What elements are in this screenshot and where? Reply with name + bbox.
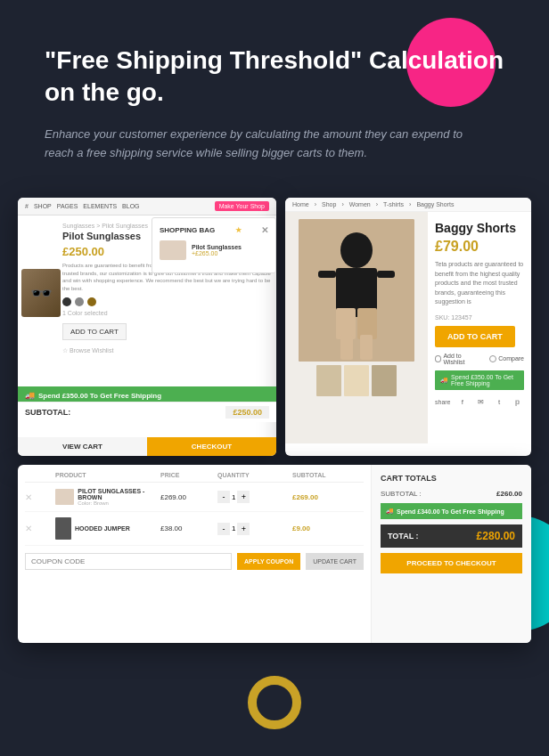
product-breadcrumb: Home › Shop › Women › T-shirts › Baggy S… [285, 198, 531, 212]
nav-link-pages[interactable]: PAGES [57, 203, 78, 209]
product-right-content: Baggy Shorts £79.00 Teta products are gu… [285, 212, 531, 443]
subtotal-label: SUBTOTAL: [25, 408, 70, 417]
cart-table-header: PRODUCT PRICE QUANTITY SUBTOTAL [25, 472, 364, 483]
proceed-to-checkout-button[interactable]: PROCEED TO CHECKOUT [381, 553, 522, 573]
thumb-2[interactable] [344, 365, 369, 396]
subtotal-amount: £250.00 [225, 406, 269, 419]
compare-option[interactable]: Compare [489, 355, 524, 362]
coupon-row: APPLY COUPON UPDATE CART [25, 553, 364, 570]
remove-item-1[interactable]: ✕ [25, 492, 52, 502]
cart-item-info: Pilot Sunglasses +£265.00 [192, 244, 242, 256]
pinterest-icon[interactable]: 𝕡 [511, 395, 524, 410]
qty-plus-2[interactable]: + [237, 523, 250, 535]
cart-close-icon[interactable]: ✕ [261, 225, 268, 235]
breadcrumb-shop[interactable]: Shop [322, 201, 336, 207]
cart-totals-title: CART TOTALS [381, 474, 522, 483]
cart-totals-shipping-banner: 🚚 Spend £340.00 To Get Free Shipping [381, 503, 522, 519]
header-section: "Free Shipping Threshold" Calculation on… [0, 0, 549, 189]
cart-item-1-img [55, 489, 74, 505]
cart-item-1-price: £269.00 [160, 493, 214, 501]
totals-subtotal-row: SUBTOTAL : £260.00 [381, 490, 522, 498]
cart-item-2-subtotal: £9.00 [292, 524, 364, 532]
twitter-icon[interactable]: t [493, 395, 506, 410]
cart-totals-panel: CART TOTALS SUBTOTAL : £260.00 🚚 Spend £… [371, 465, 531, 643]
breadcrumb-home[interactable]: Home [292, 201, 309, 207]
totals-subtotal-amount: £260.00 [496, 490, 522, 498]
cart-item-2-info: HOODED JUMPER [55, 517, 157, 540]
checkout-button[interactable]: CHECKOUT [147, 437, 276, 456]
cart-panel-title: SHOPPING BAG ★ ✕ [160, 225, 268, 235]
svg-rect-6 [360, 335, 373, 360]
main-product-image [299, 219, 414, 362]
product-thumbnails [316, 365, 397, 396]
nav-link-blog[interactable]: BLOG [122, 203, 139, 209]
total-amount: £280.00 [477, 530, 515, 542]
free-shipping-right-banner: 🚚 Spend £350.00 To Get Free Shipping [435, 370, 524, 390]
product-info-panel: Baggy Shorts £79.00 Teta products are gu… [428, 212, 531, 443]
thumb-3[interactable] [372, 365, 397, 396]
col-price: PRICE [160, 472, 214, 478]
cart-item-image [160, 240, 186, 260]
screenshots-area: # SHOP PAGES ELEMENTS BLOG Make Your Sho… [0, 189, 549, 732]
product-price-right: £79.00 [435, 239, 524, 255]
cart-star-icon: ★ [235, 226, 242, 234]
top-row: # SHOP PAGES ELEMENTS BLOG Make Your Sho… [18, 198, 531, 456]
color-brown[interactable] [87, 297, 96, 306]
svg-rect-7 [318, 271, 336, 278]
cart-buttons: VIEW CART CHECKOUT [18, 437, 276, 456]
compare-radio [489, 355, 496, 362]
table-row: ✕ PILOT SUNGLASSES - BROWN Color: Brown … [25, 483, 364, 512]
sku-row: SKU: 123457 [435, 314, 524, 321]
add-to-wishlist[interactable]: Add to Wishlist [435, 353, 480, 365]
cart-item-1-info: PILOT SUNGLASSES - BROWN Color: Brown [55, 488, 157, 506]
total-row: TOTAL : £280.00 [381, 524, 522, 548]
remove-item-2[interactable]: ✕ [25, 524, 52, 533]
table-row: ✕ HOODED JUMPER £38.00 - 1 + £9.00 [25, 512, 364, 546]
truck-icon-totals: 🚚 [386, 508, 394, 515]
browse-wishlist: ☆ Browse Wishlist [62, 347, 271, 354]
add-to-cart-btn-left[interactable]: ADD TO CART [62, 323, 127, 340]
cart-panel: SHOPPING BAG ★ ✕ Pilot Sunglasses +£265.… [152, 217, 276, 273]
wishlist-compare-row: Add to Wishlist Compare [435, 353, 524, 365]
cart-item-2-qty: - 1 + [217, 523, 289, 535]
cart-item-2-price: £38.00 [160, 524, 214, 532]
product-images-panel [285, 212, 428, 443]
col-subtotal: SUBTOTAL [292, 472, 364, 478]
make-shop-button[interactable]: Make Your Shop [215, 201, 269, 211]
color-gray[interactable] [75, 297, 84, 306]
email-icon[interactable]: ✉ [474, 395, 488, 410]
view-cart-button[interactable]: VIEW CART [18, 437, 147, 456]
breadcrumb-women[interactable]: Women [349, 201, 371, 207]
product-desc-right: Teta products are guaranteed to benefit … [435, 260, 524, 307]
add-to-cart-button-right[interactable]: ADD TO CART [435, 326, 515, 347]
cart-item-2-details: HOODED JUMPER [75, 525, 130, 532]
breadcrumb-tshirts[interactable]: T-shirts [383, 201, 404, 207]
browser-top-bar: # SHOP PAGES ELEMENTS BLOG Make Your Sho… [18, 198, 276, 215]
product-image-left: 🕶️ [21, 269, 61, 317]
cart-item-2-img [55, 517, 71, 540]
qty-minus-1[interactable]: - [217, 491, 230, 503]
cart-item: Pilot Sunglasses +£265.00 [160, 240, 268, 260]
thumb-1[interactable] [316, 365, 341, 396]
nav-link[interactable]: # [25, 203, 29, 209]
svg-rect-8 [377, 271, 395, 278]
update-cart-button[interactable]: UPDATE CART [306, 553, 364, 570]
main-title: "Free Shipping Threshold" Calculation on… [45, 45, 504, 110]
subtotal-bar: SUBTOTAL: £250.00 [18, 402, 276, 422]
qty-minus-2[interactable]: - [217, 523, 230, 535]
svg-rect-4 [357, 308, 377, 339]
color-black[interactable] [62, 297, 71, 306]
qty-plus-1[interactable]: + [237, 491, 250, 503]
cart-item-1-details: PILOT SUNGLASSES - BROWN Color: Brown [78, 488, 157, 506]
cart-screenshot: # SHOP PAGES ELEMENTS BLOG Make Your Sho… [18, 198, 276, 456]
svg-point-1 [340, 232, 373, 268]
nav-link-shop[interactable]: SHOP [34, 203, 52, 209]
apply-coupon-button[interactable]: APPLY COUPON [237, 553, 300, 570]
nav-link-elements[interactable]: ELEMENTS [83, 203, 117, 209]
facebook-icon[interactable]: f [456, 395, 470, 410]
col-product: PRODUCT [55, 472, 157, 478]
size-options: 1 Color selected [62, 310, 271, 316]
coupon-input[interactable] [25, 553, 232, 570]
share-label: share [435, 399, 451, 405]
color-options [62, 297, 271, 306]
